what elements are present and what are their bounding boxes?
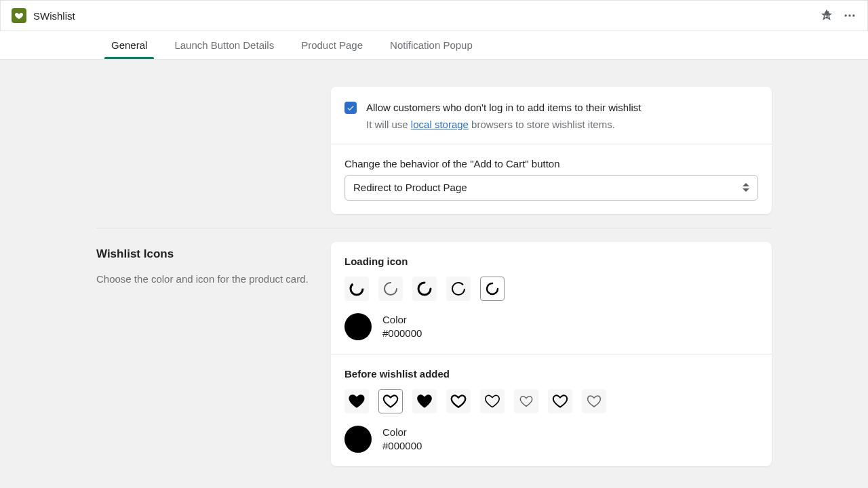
section-behavior-right: Allow customers who don't log in to add … xyxy=(331,87,772,214)
before-icon-heading: Before wishlist added xyxy=(344,368,758,380)
allow-guest-checkbox-row: Allow customers who don't log in to add … xyxy=(344,100,758,130)
heart-filled-icon xyxy=(348,392,366,410)
app-title: SWishlist xyxy=(33,10,75,22)
before-icon-option-1[interactable] xyxy=(344,389,369,413)
wishlist-icons-right: Loading icon xyxy=(331,242,772,466)
content: Allow customers who don't log in to add … xyxy=(0,60,868,488)
behavior-atc-block: Change the behavior of the "Add to Cart"… xyxy=(331,144,772,214)
before-color-text: Color #000000 xyxy=(382,426,422,452)
before-icon-option-4[interactable] xyxy=(446,389,471,413)
more-icon[interactable] xyxy=(843,9,856,22)
loading-icon-heading: Loading icon xyxy=(344,256,758,267)
section-wishlist-icons: Wishlist Icons Choose the color and icon… xyxy=(96,228,772,480)
heart-outline-icon xyxy=(484,392,501,410)
spinner-icon xyxy=(450,281,467,297)
svg-point-6 xyxy=(452,283,465,295)
tab-launch-button[interactable]: Launch Button Details xyxy=(161,31,288,59)
loading-color-value: #000000 xyxy=(382,327,422,340)
pin-icon[interactable] xyxy=(820,9,833,22)
tab-product-page[interactable]: Product Page xyxy=(288,31,376,59)
header-right xyxy=(820,9,856,22)
loading-icon-option-4[interactable] xyxy=(446,277,471,301)
allow-guest-checkbox[interactable] xyxy=(344,102,357,114)
allow-guest-text: Allow customers who don't log in to add … xyxy=(366,100,642,130)
wishlist-icons-left: Wishlist Icons Choose the color and icon… xyxy=(96,242,317,466)
spinner-icon xyxy=(416,281,433,297)
tab-general[interactable]: General xyxy=(98,31,161,59)
tab-notification-popup[interactable]: Notification Popup xyxy=(376,31,486,59)
loading-icon-block: Loading icon xyxy=(331,242,772,354)
select-arrow-icon xyxy=(743,183,749,192)
app-logo xyxy=(12,8,26,23)
heart-outline-icon xyxy=(551,392,569,410)
loading-icon-option-3[interactable] xyxy=(412,277,437,301)
atc-label: Change the behavior of the "Add to Cart"… xyxy=(344,158,758,169)
heart-outline-icon xyxy=(450,392,467,410)
section-behavior: Allow customers who don't log in to add … xyxy=(96,73,772,228)
before-icon-option-7[interactable] xyxy=(548,389,572,413)
loading-color-swatch[interactable] xyxy=(344,313,372,340)
heart-outline-icon xyxy=(519,394,534,409)
layout: Allow customers who don't log in to add … xyxy=(96,73,772,480)
spinner-icon xyxy=(382,281,399,297)
atc-select[interactable]: Redirect to Product Page xyxy=(344,175,758,201)
behavior-checkbox-block: Allow customers who don't log in to add … xyxy=(331,87,772,144)
before-icon-option-6[interactable] xyxy=(514,389,538,413)
wishlist-icons-card: Loading icon xyxy=(331,242,772,466)
help-suffix: browsers to store wishlist items. xyxy=(469,119,615,130)
loading-color-label: Color xyxy=(382,313,422,327)
heart-outline-icon xyxy=(382,392,399,410)
loading-icon-row xyxy=(344,277,758,301)
section-behavior-left xyxy=(96,87,317,214)
loading-color-text: Color #000000 xyxy=(382,313,422,340)
svg-point-3 xyxy=(848,14,850,16)
check-icon xyxy=(347,104,355,112)
local-storage-link[interactable]: local storage xyxy=(411,119,469,130)
svg-point-4 xyxy=(852,14,854,16)
atc-select-value: Redirect to Product Page xyxy=(353,182,467,193)
before-icon-option-2[interactable] xyxy=(378,389,403,413)
app-header: SWishlist xyxy=(0,0,868,31)
behavior-card: Allow customers who don't log in to add … xyxy=(331,87,772,214)
before-icon-option-3[interactable] xyxy=(412,389,437,413)
before-icon-option-5[interactable] xyxy=(480,389,505,413)
loading-icon-option-2[interactable] xyxy=(378,277,403,301)
allow-guest-label: Allow customers who don't log in to add … xyxy=(366,100,642,116)
heart-filled-icon xyxy=(416,392,433,410)
heart-icon xyxy=(14,11,24,20)
heart-outline-icon xyxy=(586,393,602,409)
wishlist-icons-title: Wishlist Icons xyxy=(96,247,317,261)
wishlist-icons-desc: Choose the color and icon for the produc… xyxy=(96,272,317,287)
before-icon-block: Before wishlist added xyxy=(331,354,772,466)
loading-icon-option-1[interactable] xyxy=(344,277,369,301)
svg-point-2 xyxy=(845,14,847,16)
before-icon-option-8[interactable] xyxy=(582,389,606,413)
tabs: General Launch Button Details Product Pa… xyxy=(0,31,868,60)
before-icon-row xyxy=(344,389,758,413)
spinner-icon xyxy=(349,281,365,297)
header-left: SWishlist xyxy=(12,8,75,23)
loading-icon-option-5[interactable] xyxy=(480,277,505,301)
loading-color-row: Color #000000 xyxy=(344,313,758,340)
before-color-label: Color xyxy=(382,426,422,439)
before-color-swatch[interactable] xyxy=(344,426,372,453)
help-prefix: It will use xyxy=(366,119,411,130)
svg-point-5 xyxy=(351,283,363,295)
spinner-icon xyxy=(484,281,500,297)
allow-guest-help: It will use local storage browsers to st… xyxy=(366,119,642,130)
before-color-value: #000000 xyxy=(382,439,422,453)
before-color-row: Color #000000 xyxy=(344,426,758,453)
